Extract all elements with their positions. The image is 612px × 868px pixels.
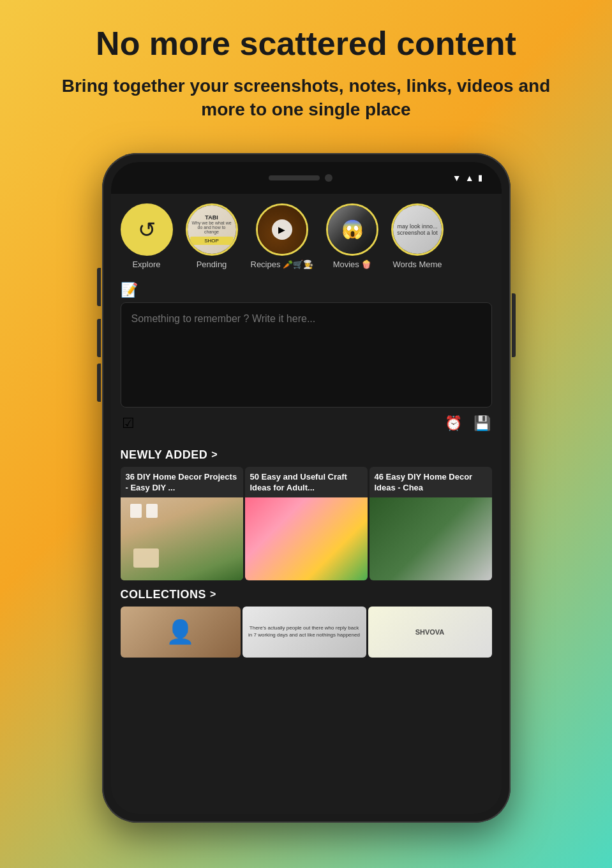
phone-device: ▼ ▲ ▮ ↺ Explore xyxy=(102,153,511,823)
bottom-card-3[interactable]: SHVOVA xyxy=(368,607,492,658)
person-image: 👤 xyxy=(121,607,241,658)
movies-circle: 😱 xyxy=(326,203,378,256)
phone-shell: ▼ ▲ ▮ ↺ Explore xyxy=(102,153,511,823)
play-icon: ▶ xyxy=(272,219,292,240)
card-image-2 xyxy=(245,497,368,580)
main-title: No more scattered content xyxy=(38,26,574,62)
collection-label-words: Words Meme xyxy=(393,260,442,270)
card-image-3 xyxy=(369,497,492,580)
collection-label-explore: Explore xyxy=(132,260,160,270)
collection-item-recipes[interactable]: ▶ Recipes 🥕🛒👩‍🍳 xyxy=(251,203,314,270)
note-input[interactable] xyxy=(121,302,492,408)
card-image-1 xyxy=(121,497,243,580)
content-card-1[interactable]: 36 DIY Home Decor Projects - Easy DIY ..… xyxy=(121,467,243,580)
status-icons: ▼ ▲ ▮ xyxy=(452,173,482,183)
movies-image: 😱 xyxy=(328,205,377,254)
newly-added-chevron: > xyxy=(211,449,217,460)
signal-icon: ▲ xyxy=(465,173,474,183)
subtitle: Bring together your screenshots, notes, … xyxy=(38,75,574,121)
pending-image: TABI Why we be what we do and how to cha… xyxy=(188,205,236,254)
card-title-1: 36 DIY Home Decor Projects - Easy DIY ..… xyxy=(121,467,243,497)
newly-added-header[interactable]: NEWLY ADDED > xyxy=(111,443,502,467)
collection-label-recipes: Recipes 🥕🛒👩‍🍳 xyxy=(251,260,314,270)
content-card-3[interactable]: 46 Easy DIY Home Decor Ideas - Chea xyxy=(369,467,492,580)
save-collection-icon[interactable]: 💾 xyxy=(474,415,491,432)
note-icon-row: 📝 xyxy=(121,282,492,298)
status-bar: ▼ ▲ ▮ xyxy=(111,162,502,194)
collection-label-movies: Movies 🍿 xyxy=(333,260,372,270)
collection-item-words[interactable]: may look inno... screenshot a lot Words … xyxy=(391,203,444,270)
collection-item-explore[interactable]: ↺ Explore xyxy=(121,203,173,270)
wifi-icon: ▼ xyxy=(452,173,461,183)
collection-item-pending[interactable]: TABI Why we be what we do and how to cha… xyxy=(186,203,238,270)
checkbox-icon[interactable]: ☑ xyxy=(122,415,135,432)
status-bar-center xyxy=(269,174,332,182)
bottom-card-1[interactable]: 👤 xyxy=(121,607,241,658)
phone-screen: ▼ ▲ ▮ ↺ Explore xyxy=(111,162,502,814)
newly-added-title: NEWLY ADDED xyxy=(121,448,208,462)
note-area: 📝 ☑ ⏰ 💾 xyxy=(111,277,502,443)
cards-row: 36 DIY Home Decor Projects - Easy DIY ..… xyxy=(111,467,502,580)
content-card-2[interactable]: 50 Easy and Useful Craft Ideas for Adult… xyxy=(245,467,368,580)
bottom-card-2[interactable]: There's actually people out there who re… xyxy=(243,607,366,658)
explore-circle: ↺ xyxy=(121,203,173,256)
collection-item-movies[interactable]: 😱 Movies 🍿 xyxy=(326,203,378,270)
header-section: No more scattered content Bring together… xyxy=(0,0,612,134)
note-edit-icon: 📝 xyxy=(121,282,138,298)
collections-row: ↺ Explore TABI Why we be what we do and … xyxy=(111,194,502,277)
battery-icon: ▮ xyxy=(478,173,482,182)
collections-title: COLLECTIONS xyxy=(121,588,207,601)
card-title-3: 46 Easy DIY Home Decor Ideas - Chea xyxy=(369,467,492,497)
pending-circle: TABI Why we be what we do and how to cha… xyxy=(186,203,238,256)
note-actions: ☑ ⏰ 💾 xyxy=(121,410,492,437)
words-image: may look inno... screenshot a lot xyxy=(393,205,442,254)
collections-chevron: > xyxy=(210,589,216,600)
card-title-2: 50 Easy and Useful Craft Ideas for Adult… xyxy=(245,467,368,497)
note-action-right: ⏰ 💾 xyxy=(445,415,491,432)
recipes-image: ▶ xyxy=(258,205,306,254)
bottom-cards-row: 👤 There's actually people out there who … xyxy=(111,607,502,658)
words-circle: may look inno... screenshot a lot xyxy=(391,203,444,256)
app-content: ↺ Explore TABI Why we be what we do and … xyxy=(111,194,502,814)
alarm-icon[interactable]: ⏰ xyxy=(445,415,462,432)
collection-label-pending: Pending xyxy=(197,260,227,270)
explore-refresh-icon: ↺ xyxy=(138,217,156,242)
speaker-bar xyxy=(269,175,320,180)
camera-dot xyxy=(325,174,332,182)
brand-text: SHVOVA xyxy=(412,608,449,656)
recipes-circle: ▶ xyxy=(256,203,308,256)
text-card-content: There's actually people out there who re… xyxy=(244,621,364,642)
collections-header[interactable]: COLLECTIONS > xyxy=(111,580,502,607)
